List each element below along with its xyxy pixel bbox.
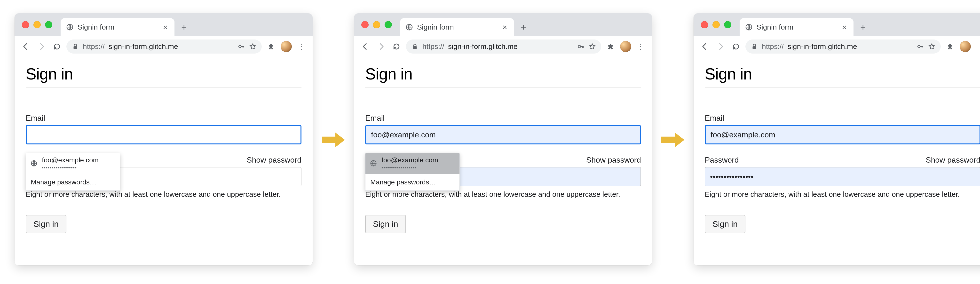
profile-avatar[interactable]	[281, 41, 292, 52]
window-controls	[361, 21, 392, 29]
forward-button[interactable]	[35, 40, 48, 52]
autofill-suggestion[interactable]: foo@example.com ••••••••••••••••••	[26, 153, 120, 174]
toolbar: https://sign-in-form.glitch.me ⋮	[354, 36, 652, 57]
close-tab-button[interactable]: ×	[840, 22, 848, 32]
new-tab-button[interactable]: +	[517, 21, 530, 33]
minimize-window-button[interactable]	[33, 21, 41, 29]
browser-window: Signin form × + https://sign-in-form.gli…	[694, 13, 980, 265]
chrome-menu-button[interactable]: ⋮	[295, 40, 307, 52]
globe-icon	[745, 23, 753, 31]
globe-icon	[30, 160, 38, 167]
forward-button[interactable]	[714, 40, 727, 52]
chrome-menu-button[interactable]: ⋮	[635, 40, 647, 52]
tab-title: Signin form	[78, 23, 158, 31]
extensions-button[interactable]	[265, 40, 277, 52]
url-scheme: https://	[762, 43, 784, 51]
forward-button[interactable]	[375, 40, 387, 52]
email-field[interactable]	[705, 125, 980, 144]
tab-strip: Signin form × +	[14, 13, 313, 36]
close-window-button[interactable]	[701, 21, 708, 29]
extensions-button[interactable]	[605, 40, 617, 52]
close-window-button[interactable]	[361, 21, 369, 29]
minimize-window-button[interactable]	[713, 21, 720, 29]
new-tab-button[interactable]: +	[178, 21, 190, 33]
url-host: sign-in-form.glitch.me	[108, 43, 178, 51]
back-button[interactable]	[360, 40, 372, 52]
zoom-window-button[interactable]	[45, 21, 52, 29]
new-tab-button[interactable]: +	[857, 21, 869, 33]
tab-title: Signin form	[417, 23, 497, 31]
tab-signin-form[interactable]: Signin form ×	[60, 18, 175, 36]
divider	[365, 87, 641, 87]
autofill-email: foo@example.com	[382, 157, 438, 164]
key-icon[interactable]	[916, 43, 924, 50]
back-button[interactable]	[20, 40, 32, 52]
manage-passwords-button[interactable]: Manage passwords…	[26, 174, 120, 190]
zoom-window-button[interactable]	[385, 21, 392, 29]
close-tab-button[interactable]: ×	[161, 22, 169, 32]
signin-button[interactable]: Sign in	[705, 215, 745, 233]
profile-avatar[interactable]	[620, 41, 631, 52]
star-icon[interactable]	[928, 43, 935, 50]
autofill-suggestion[interactable]: foo@example.com ••••••••••••••••••	[366, 153, 460, 174]
browser-window: Signin form × + https://sign-in-form.gli…	[354, 13, 652, 265]
autofill-password-mask: ••••••••••••••••••	[382, 165, 438, 170]
reload-button[interactable]	[390, 40, 402, 52]
url-host: sign-in-form.glitch.me	[448, 43, 518, 51]
password-hint: Eight or more characters, with at least …	[365, 190, 641, 198]
address-bar[interactable]: https://sign-in-form.glitch.me	[67, 40, 262, 54]
page-content: Sign in Email foo@example.com ••••••••••…	[14, 57, 313, 265]
back-icon	[361, 42, 370, 51]
chrome-menu-button[interactable]: ⋮	[974, 40, 980, 52]
reload-button[interactable]	[51, 40, 63, 52]
globe-icon	[406, 23, 413, 31]
back-icon	[701, 42, 709, 51]
manage-passwords-button[interactable]: Manage passwords…	[366, 174, 460, 190]
email-field[interactable]	[26, 125, 301, 144]
extensions-button[interactable]	[944, 40, 956, 52]
show-password-toggle[interactable]: Show password	[586, 155, 641, 165]
password-field[interactable]	[705, 167, 980, 186]
minimize-window-button[interactable]	[373, 21, 380, 29]
lock-icon	[72, 43, 79, 50]
url-host: sign-in-form.glitch.me	[788, 43, 857, 51]
signin-button[interactable]: Sign in	[26, 215, 67, 233]
divider	[26, 87, 301, 87]
autofill-popup: foo@example.com •••••••••••••••••• Manag…	[26, 153, 120, 191]
password-hint: Eight or more characters, with at least …	[26, 190, 301, 198]
address-bar[interactable]: https://sign-in-form.glitch.me	[406, 40, 601, 54]
sequence-arrow	[322, 131, 345, 148]
show-password-toggle[interactable]: Show password	[247, 155, 301, 165]
lock-icon	[751, 43, 758, 50]
key-icon[interactable]	[577, 43, 584, 50]
back-icon	[22, 42, 30, 51]
browser-window: Signin form × + https://sign-in-form.gli…	[14, 13, 313, 265]
divider	[705, 87, 980, 87]
close-window-button[interactable]	[22, 21, 29, 29]
star-icon[interactable]	[249, 43, 256, 50]
window-controls	[701, 21, 731, 29]
url-scheme: https://	[83, 43, 105, 51]
tab-strip: Signin form × +	[354, 13, 652, 36]
reload-button[interactable]	[730, 40, 742, 52]
close-tab-button[interactable]: ×	[501, 22, 509, 32]
zoom-window-button[interactable]	[724, 21, 731, 29]
tab-signin-form[interactable]: Signin form ×	[740, 18, 853, 36]
email-field[interactable]	[365, 125, 641, 144]
puzzle-icon	[267, 43, 275, 50]
autofill-email: foo@example.com	[42, 157, 99, 164]
tab-signin-form[interactable]: Signin form ×	[400, 18, 514, 36]
profile-avatar[interactable]	[959, 41, 971, 52]
toolbar: https://sign-in-form.glitch.me ⋮	[694, 36, 980, 57]
url-scheme: https://	[422, 43, 444, 51]
back-button[interactable]	[699, 40, 711, 52]
key-icon[interactable]	[237, 43, 245, 50]
email-label: Email	[365, 114, 641, 123]
password-label: Password	[705, 155, 739, 165]
sequence-arrow	[661, 131, 684, 148]
address-bar[interactable]: https://sign-in-form.glitch.me	[745, 40, 941, 54]
show-password-toggle[interactable]: Show password	[926, 155, 980, 165]
star-icon[interactable]	[589, 43, 596, 50]
signin-button[interactable]: Sign in	[365, 215, 406, 233]
password-hint: Eight or more characters, with at least …	[705, 190, 980, 198]
